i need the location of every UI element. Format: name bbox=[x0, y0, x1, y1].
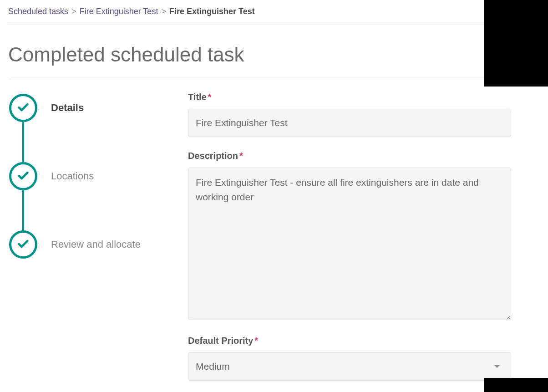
description-textarea[interactable]: Fire Extinguisher Test - ensure all fire… bbox=[188, 168, 511, 320]
form-group-description: Description* Fire Extinguisher Test - en… bbox=[188, 151, 511, 322]
breadcrumb-separator: > bbox=[161, 7, 166, 16]
step-connector bbox=[22, 119, 24, 163]
breadcrumb-link-scheduled-tasks[interactable]: Scheduled tasks bbox=[8, 7, 68, 16]
redaction-block bbox=[484, 378, 548, 392]
form-group-title: Title* bbox=[188, 92, 511, 137]
description-label: Description* bbox=[188, 151, 511, 161]
title-input[interactable] bbox=[188, 109, 511, 137]
step-label: Review and allocate bbox=[51, 239, 141, 250]
required-indicator: * bbox=[208, 92, 212, 102]
content-area: Details Locations Review and allocate Ti bbox=[8, 92, 540, 392]
label-text: Description bbox=[188, 151, 238, 161]
step-circle bbox=[9, 94, 37, 122]
select-value: Medium bbox=[196, 361, 230, 372]
step-label: Details bbox=[51, 102, 84, 114]
label-text: Title bbox=[188, 92, 207, 102]
caret-down-icon bbox=[494, 365, 500, 368]
check-icon bbox=[17, 169, 30, 183]
step-circle bbox=[9, 162, 37, 190]
breadcrumb-separator: > bbox=[71, 7, 76, 16]
breadcrumb: Scheduled tasks > Fire Extinguisher Test… bbox=[8, 7, 540, 25]
breadcrumb-current: Fire Extinguisher Test bbox=[169, 7, 255, 16]
title-label: Title* bbox=[188, 92, 511, 102]
stepper-step-locations[interactable]: Locations bbox=[9, 160, 188, 192]
breadcrumb-link-parent[interactable]: Fire Extinguisher Test bbox=[80, 7, 158, 16]
priority-label: Default Priority* bbox=[188, 336, 511, 346]
required-indicator: * bbox=[254, 336, 258, 346]
form-area: Title* Description* Fire Extinguisher Te… bbox=[188, 92, 511, 392]
required-indicator: * bbox=[239, 151, 243, 161]
check-icon bbox=[17, 237, 30, 252]
page-title: Completed scheduled task bbox=[8, 43, 540, 79]
check-icon bbox=[17, 101, 30, 115]
step-connector bbox=[22, 188, 24, 231]
stepper-step-details[interactable]: Details bbox=[9, 92, 188, 124]
priority-select[interactable]: Medium bbox=[188, 352, 511, 381]
step-label: Locations bbox=[51, 170, 94, 182]
redaction-block bbox=[484, 0, 548, 87]
form-group-priority: Default Priority* Medium bbox=[188, 336, 511, 381]
stepper: Details Locations Review and allocate bbox=[8, 92, 188, 392]
step-circle bbox=[9, 230, 37, 259]
label-text: Default Priority bbox=[188, 336, 253, 346]
stepper-step-review[interactable]: Review and allocate bbox=[9, 229, 188, 260]
